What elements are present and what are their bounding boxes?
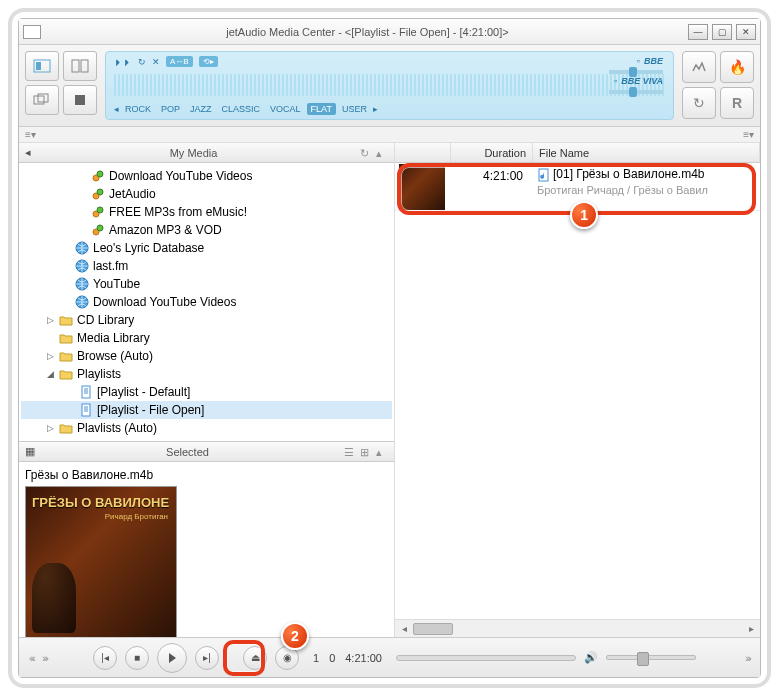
my-media-header: ◂ My Media ↻ ▴ [19, 143, 394, 163]
tree-item[interactable]: [Playlist - Default] [21, 383, 392, 401]
history-fwd-icon[interactable]: ››› [42, 652, 47, 664]
bbe-slider[interactable] [609, 70, 663, 74]
repeat-icon[interactable]: ↻ [138, 57, 146, 67]
playlist-hscroll[interactable]: ◂ ▸ [395, 619, 760, 637]
eq-prev-icon[interactable]: ◂ [114, 104, 119, 114]
convert-button[interactable]: ↻ [682, 87, 716, 119]
eq-flat[interactable]: FLAT [307, 103, 336, 115]
scroll-left-icon[interactable]: ◂ [395, 623, 413, 634]
tree-item[interactable]: Download YouTube Videos [21, 293, 392, 311]
eq-classic[interactable]: CLASSIC [218, 103, 265, 115]
next-track-button[interactable]: ▸| [195, 646, 219, 670]
tree-item[interactable]: [Playlist - File Open] [21, 401, 392, 419]
right-chev-icon[interactable]: ››› [745, 652, 750, 664]
shuffle-icon[interactable]: ✕ [152, 57, 160, 67]
my-media-title: My Media [31, 147, 356, 159]
folder-icon [59, 313, 73, 327]
expander-icon[interactable]: ▷ [45, 315, 55, 325]
burn-button[interactable]: 🔥 [720, 51, 754, 83]
play-button[interactable] [157, 643, 187, 673]
svg-point-8 [97, 171, 103, 177]
tree-item[interactable]: ▷Plavlists (Auto) [21, 419, 392, 437]
svg-rect-4 [34, 96, 44, 104]
record-button[interactable]: R [720, 87, 754, 119]
globe-icon [75, 277, 89, 291]
media-tree[interactable]: Download YouTube VideosJetAudioFREE MP3s… [19, 163, 394, 441]
tree-item[interactable]: last.fm [21, 257, 392, 275]
refresh-icon[interactable]: ↻ [360, 147, 372, 159]
folder-icon [59, 331, 73, 345]
history-back-icon[interactable]: ‹‹‹ [29, 652, 34, 664]
col-filename[interactable]: File Name [533, 143, 760, 162]
total-time: 4:21:00 [345, 652, 382, 664]
annotation-badge-1: 1 [570, 201, 598, 229]
minimize-button[interactable]: — [688, 24, 708, 40]
seek-slider[interactable] [396, 655, 576, 661]
eq-pop[interactable]: POP [157, 103, 184, 115]
bbe-label[interactable]: BBE [644, 56, 663, 66]
tree-item-label: Amazon MP3 & VOD [109, 223, 222, 237]
audio-file-icon [537, 168, 551, 182]
close-button[interactable]: ✕ [736, 24, 756, 40]
strip-left-icon[interactable]: ≡▾ [25, 129, 36, 140]
expander-icon[interactable]: ▷ [45, 351, 55, 361]
loop-button[interactable]: ⟲▸ [199, 56, 218, 67]
volume-icon[interactable]: 🔊 [584, 651, 598, 664]
selected-opt2-icon[interactable]: ⊞ [360, 446, 372, 458]
tree-item[interactable]: Download YouTube Videos [21, 167, 392, 185]
tree-item[interactable]: ◢Playlists [21, 365, 392, 383]
selected-collapse-icon[interactable]: ▴ [376, 446, 388, 458]
ab-repeat-button[interactable]: A↔B [166, 56, 193, 67]
view-mode-3-button[interactable] [25, 85, 59, 115]
cover-title: ГРЁЗЫ О ВАВИЛОНЕ [32, 495, 169, 510]
col-duration[interactable]: Duration [451, 143, 533, 162]
tree-item[interactable]: ▷CD Library [21, 311, 392, 329]
eq-next-icon[interactable]: ▸ [373, 104, 378, 114]
col-art[interactable] [395, 143, 451, 162]
tree-item[interactable]: Media Library [21, 329, 392, 347]
view-mode-4-button[interactable] [63, 85, 97, 115]
eq-jazz[interactable]: JAZZ [186, 103, 216, 115]
maximize-button[interactable]: ▢ [712, 24, 732, 40]
play-indicator-icon: ⏵⏵ [114, 57, 132, 67]
view-mode-1-button[interactable] [25, 51, 59, 81]
eq-rock[interactable]: ROCK [121, 103, 155, 115]
bbe-viva-label[interactable]: BBE VIVA [621, 76, 663, 86]
strip-right-icon[interactable]: ≡▾ [743, 129, 754, 140]
eq-vocal[interactable]: VOCAL [266, 103, 305, 115]
tree-item-label: JetAudio [109, 187, 156, 201]
selected-menu-icon[interactable]: ▦ [25, 445, 35, 458]
expander-icon[interactable]: ◢ [45, 369, 55, 379]
view-mode-2-button[interactable] [63, 51, 97, 81]
tree-item-label: Download YouTube Videos [109, 169, 252, 183]
stop-button[interactable]: ■ [125, 646, 149, 670]
prev-track-button[interactable]: |◂ [93, 646, 117, 670]
selected-opt1-icon[interactable]: ☰ [344, 446, 356, 458]
tree-item-label: Playlists [77, 367, 121, 381]
bbe-viva-slider[interactable] [609, 90, 663, 94]
scroll-thumb[interactable] [413, 623, 453, 635]
volume-slider[interactable] [606, 655, 696, 660]
tree-item[interactable]: Leo's Lyric Database [21, 239, 392, 257]
tree-item[interactable]: FREE MP3s from eMusic! [21, 203, 392, 221]
scroll-right-icon[interactable]: ▸ [742, 623, 760, 634]
collapse-icon[interactable]: ▴ [376, 147, 388, 159]
svg-point-12 [97, 207, 103, 213]
open-button[interactable]: ⏏ [243, 646, 267, 670]
expander-icon[interactable]: ▷ [45, 423, 55, 433]
tree-item[interactable]: Amazon MP3 & VOD [21, 221, 392, 239]
tree-item[interactable]: YouTube [21, 275, 392, 293]
system-menu-icon[interactable] [23, 25, 41, 39]
cover-author: Ричард Бротиган [105, 513, 168, 522]
tree-item[interactable]: JetAudio [21, 185, 392, 203]
playlist[interactable]: 4:21:00 [01] Грёзы о Вавилоне.m4b Бротиг… [395, 163, 760, 619]
globe-icon [75, 241, 89, 255]
tree-item-label: CD Library [77, 313, 134, 327]
eq-user[interactable]: USER [338, 103, 371, 115]
equalizer-button[interactable] [682, 51, 716, 83]
svg-rect-5 [38, 94, 48, 102]
tree-item[interactable]: ▷Browse (Auto) [21, 347, 392, 365]
selected-header: ▦ Selected ☰ ⊞ ▴ [19, 442, 394, 462]
link-icon [91, 223, 105, 237]
svg-rect-3 [81, 60, 88, 72]
